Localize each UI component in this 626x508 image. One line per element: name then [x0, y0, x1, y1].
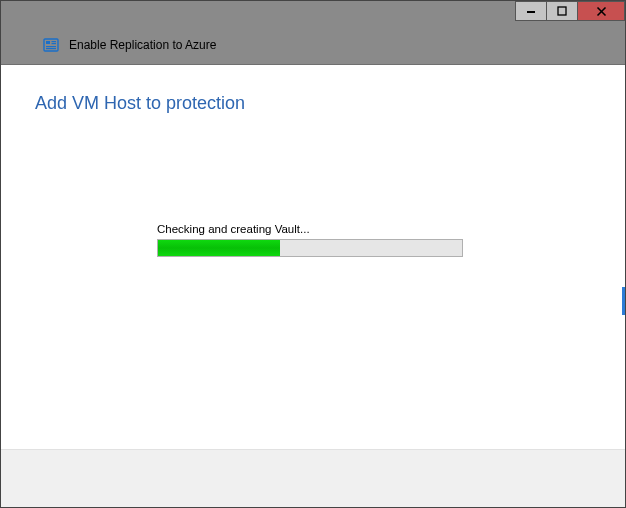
maximize-icon: [557, 6, 567, 16]
progress-area: Checking and creating Vault...: [157, 223, 465, 257]
svg-rect-1: [558, 7, 566, 15]
svg-rect-5: [46, 41, 50, 44]
close-button[interactable]: [577, 1, 625, 21]
window-controls: [516, 1, 625, 23]
content-area: Add VM Host to protection Checking and c…: [1, 65, 625, 449]
svg-rect-9: [46, 48, 56, 49]
title-row: Enable Replication to Azure: [43, 37, 216, 53]
dialog-window: Enable Replication to Azure Add VM Host …: [0, 0, 626, 508]
page-heading: Add VM Host to protection: [35, 93, 625, 114]
minimize-button[interactable]: [515, 1, 547, 21]
close-icon: [596, 6, 607, 17]
minimize-icon: [526, 6, 536, 16]
progress-label: Checking and creating Vault...: [157, 223, 465, 235]
svg-rect-7: [52, 43, 57, 44]
footer-bar: [1, 449, 625, 507]
progress-fill: [158, 240, 280, 256]
progress-bar: [157, 239, 463, 257]
maximize-button[interactable]: [546, 1, 578, 21]
accent-strip: [622, 287, 625, 315]
title-bar: Enable Replication to Azure: [1, 1, 625, 65]
app-icon: [43, 37, 59, 53]
svg-rect-8: [46, 46, 56, 47]
svg-rect-0: [527, 11, 535, 13]
window-title: Enable Replication to Azure: [69, 38, 216, 52]
svg-rect-4: [44, 39, 58, 51]
svg-rect-6: [52, 41, 57, 42]
